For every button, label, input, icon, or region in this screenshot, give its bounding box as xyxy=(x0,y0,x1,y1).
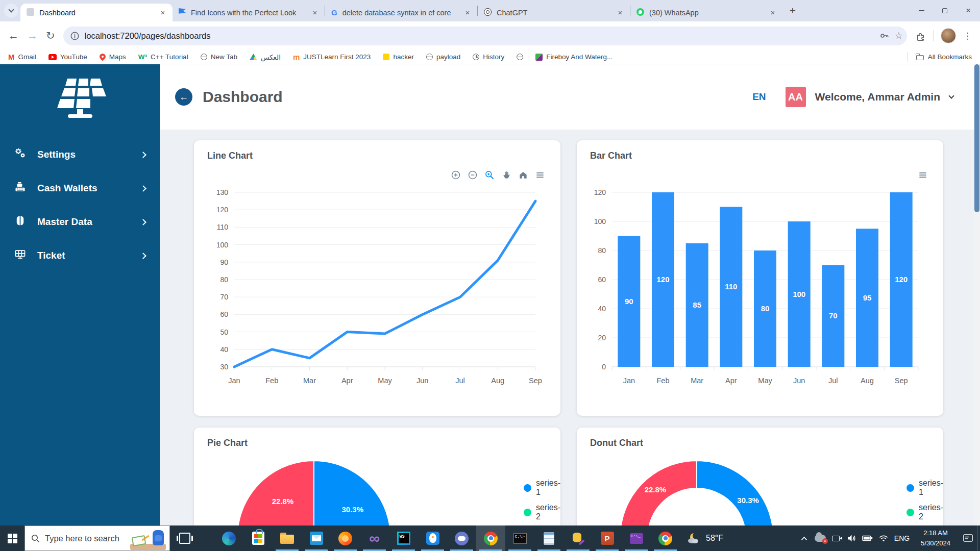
sidebar-item-label: Cash Wallets xyxy=(37,183,131,194)
gmail-icon: M xyxy=(8,53,15,61)
tab-close-icon[interactable]: × xyxy=(768,8,777,17)
taskbar-app-chrome-2[interactable] xyxy=(651,525,680,551)
tab-close-icon[interactable]: × xyxy=(463,8,472,17)
bookmark-item[interactable]: hacker xyxy=(383,53,414,61)
sidebar-item-cash-wallets[interactable]: Cash Wallets xyxy=(0,174,160,202)
browser-tab[interactable]: Gdelete database syntax in ef core× xyxy=(325,4,477,21)
brain-icon xyxy=(13,214,27,230)
browser-tab[interactable]: Dashboard× xyxy=(20,4,173,21)
taskbar-app-discord[interactable] xyxy=(447,525,476,551)
bookmark-item[interactable]: MGmail xyxy=(8,53,36,61)
taskbar-app-notepad[interactable] xyxy=(534,525,564,551)
svg-text:Sep: Sep xyxy=(895,377,908,385)
taskbar-app-store[interactable] xyxy=(243,525,273,551)
maximize-button[interactable] xyxy=(933,0,957,21)
tab-close-icon[interactable]: × xyxy=(616,8,625,17)
legend-item[interactable]: series-2 xyxy=(906,503,943,521)
bookmark-item[interactable]: payload xyxy=(426,53,460,61)
app-logo[interactable] xyxy=(0,64,160,120)
tray-meet-now-icon[interactable] xyxy=(828,536,844,541)
start-button[interactable] xyxy=(0,525,24,551)
address-bar[interactable]: localhost:7200/pages/dashboards ☆ xyxy=(63,27,907,45)
taskbar-app-penguin-game[interactable] xyxy=(418,525,447,551)
new-tab-button[interactable]: + xyxy=(786,4,800,18)
taskbar-app-edge[interactable] xyxy=(214,525,243,551)
svg-text:100: 100 xyxy=(793,290,805,298)
sidebar-item-master-data[interactable]: Master Data xyxy=(0,208,160,236)
taskbar-app-powerpoint[interactable]: P xyxy=(593,525,622,551)
language-switcher[interactable]: EN xyxy=(752,91,766,103)
tray-volume-icon[interactable] xyxy=(844,534,860,542)
taskbar-search-input[interactable]: Type here to search xyxy=(24,525,170,551)
tray-wifi-icon[interactable] xyxy=(875,535,891,542)
browser-tab[interactable]: Find Icons with the Perfect Look× xyxy=(173,4,325,21)
taskbar-app-firefox[interactable] xyxy=(331,525,360,551)
taskbar-app-webstorm[interactable]: WS xyxy=(389,525,418,551)
user-avatar[interactable]: AA xyxy=(786,87,806,107)
legend-item[interactable]: series-1 xyxy=(906,479,943,497)
browser-tab[interactable]: (30) WhatsApp× xyxy=(630,4,782,21)
bookmark-item[interactable]: YouTube xyxy=(48,53,87,61)
all-bookmarks-button[interactable]: All Bookmarks xyxy=(908,52,972,62)
bookmark-item[interactable]: العكس xyxy=(250,53,281,61)
reload-button[interactable]: ↻ xyxy=(46,30,55,42)
browser-tab[interactable]: ChatGPT× xyxy=(478,4,630,21)
tray-onedrive-error-icon[interactable]: × xyxy=(812,535,828,542)
task-view-button[interactable] xyxy=(170,525,199,551)
legend-item[interactable]: series-1 xyxy=(524,479,560,497)
bookmark-item[interactable]: New Tab xyxy=(201,53,237,61)
taskbar-app-visual-studio[interactable]: ∞ xyxy=(360,525,389,551)
taskbar-app-powershell[interactable]: C:\_ xyxy=(622,525,651,551)
tab-close-icon[interactable]: × xyxy=(158,8,167,17)
close-button[interactable]: × xyxy=(957,0,980,21)
taskbar-app-mail[interactable] xyxy=(302,525,331,551)
line-chart[interactable]: 13012011010090807060504030JanFebMarAprMa… xyxy=(201,178,553,403)
bookmark-item[interactable]: History xyxy=(473,53,504,61)
taskbar-app-terminal[interactable]: C:\> xyxy=(505,525,534,551)
chevron-down-icon[interactable] xyxy=(948,93,954,98)
legend-item[interactable]: series-2 xyxy=(524,503,560,521)
taskbar-app-chrome[interactable] xyxy=(476,525,505,551)
weather-widget[interactable]: 58°F xyxy=(680,525,730,551)
back-page-button[interactable]: ← xyxy=(175,88,192,106)
tab-title: (30) WhatsApp xyxy=(649,9,763,17)
sidebar-item-ticket[interactable]: Ticket xyxy=(0,242,160,269)
extensions-icon[interactable] xyxy=(915,31,926,41)
tab-close-icon[interactable]: × xyxy=(310,8,320,17)
svg-text:100: 100 xyxy=(594,217,606,226)
action-center-button[interactable] xyxy=(959,525,977,551)
tab-search-button[interactable] xyxy=(4,4,18,18)
tray-chevron-up-icon[interactable] xyxy=(796,536,812,541)
bookmark-star-icon[interactable]: ☆ xyxy=(895,30,903,41)
taskbar-app-database-tools[interactable] xyxy=(564,525,593,551)
bar-chart[interactable]: 120100806040200Jan90Feb120Mar85Apr110May… xyxy=(584,178,936,403)
site-info-icon[interactable] xyxy=(70,32,79,40)
bookmark-item[interactable] xyxy=(517,54,523,60)
svg-text:May: May xyxy=(758,377,772,385)
taskbar-clock[interactable]: 2:18 AM 5/30/2024 xyxy=(913,528,959,548)
notification-icon xyxy=(963,534,973,543)
show-desktop-button[interactable] xyxy=(977,525,980,551)
welcome-label[interactable]: Welcome, Ammar Admin xyxy=(815,91,940,103)
bookmark-item[interactable]: W³C++ Tutorial xyxy=(138,53,188,61)
tray-battery-icon[interactable] xyxy=(860,535,875,541)
fireboy-icon xyxy=(535,54,543,61)
password-key-icon[interactable] xyxy=(879,31,889,41)
minimize-button[interactable] xyxy=(910,0,933,21)
sidebar-item-settings[interactable]: Settings xyxy=(0,141,160,168)
bookmark-item[interactable]: Fireboy And Waterg... xyxy=(535,53,612,61)
globe-dark-icon xyxy=(426,54,433,60)
browser-menu-icon[interactable]: ⋮ xyxy=(963,31,972,41)
scrollbar-thumb[interactable] xyxy=(974,64,979,212)
forward-button[interactable]: → xyxy=(27,30,38,42)
page-scrollbar[interactable] xyxy=(974,64,980,525)
bookmark-item[interactable]: mJUSTLearn First 2023 xyxy=(293,53,371,61)
svg-text:Jan: Jan xyxy=(228,377,240,385)
line-chart-card: Line Chart 13012011010090807060504030Jan… xyxy=(194,140,560,416)
bookmark-item[interactable]: Maps xyxy=(100,53,126,61)
input-language-button[interactable]: ENG xyxy=(891,534,913,542)
profile-avatar[interactable] xyxy=(941,28,956,43)
svg-text:Aug: Aug xyxy=(491,377,504,385)
taskbar-app-file-explorer[interactable] xyxy=(273,525,302,551)
back-button[interactable]: ← xyxy=(8,30,19,42)
